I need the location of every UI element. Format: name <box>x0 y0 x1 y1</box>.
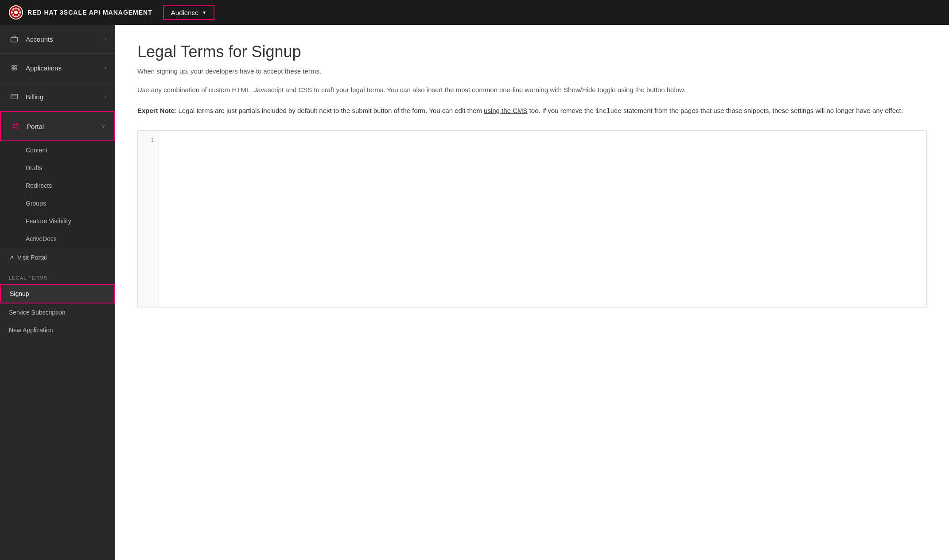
svg-point-1 <box>14 11 18 14</box>
audience-button[interactable]: Audience ▼ <box>163 5 214 20</box>
expert-note: Expert Note: Legal terms are just partia… <box>137 105 927 117</box>
svg-point-18 <box>16 124 18 126</box>
navbar-menu: Audience ▼ <box>163 5 214 20</box>
sub-drafts-label: Drafts <box>26 164 42 171</box>
svg-point-9 <box>18 14 19 15</box>
legal-term-new-app-label: New Application <box>9 327 53 334</box>
visit-portal-link[interactable]: ↗ Visit Portal <box>0 248 115 267</box>
svg-point-4 <box>16 8 17 10</box>
navbar: RED HAT 3SCALE API MANAGEMENT Audience ▼ <box>0 0 949 25</box>
sub-groups-label: Groups <box>26 200 46 207</box>
users-icon <box>10 121 20 132</box>
sidebar-accounts-label: Accounts <box>26 35 53 43</box>
brand-label: RED HAT 3SCALE API MANAGEMENT <box>27 9 152 16</box>
page-subtitle: When signing up, your developers have to… <box>137 67 927 75</box>
sub-activedocs-label: ActiveDocs <box>26 235 57 242</box>
brand: RED HAT 3SCALE API MANAGEMENT <box>9 5 152 19</box>
main-container: Accounts › Applications › Billing › Port… <box>0 25 949 560</box>
line-numbers: 1 <box>138 131 159 307</box>
sidebar-sub-content[interactable]: Content <box>0 141 115 159</box>
chevron-down-icon: ▼ <box>202 10 206 15</box>
code-editor: 1 <box>137 130 927 307</box>
legal-terms-label: Legal Terms <box>0 272 115 284</box>
code-textarea[interactable] <box>159 131 926 307</box>
chevron-down-icon: ∨ <box>101 123 105 129</box>
svg-point-6 <box>13 9 14 10</box>
cms-link[interactable]: using the CMS <box>484 107 527 114</box>
legal-term-service-sub-label: Service Subscription <box>9 309 66 316</box>
svg-point-12 <box>15 66 17 68</box>
sidebar: Accounts › Applications › Billing › Port… <box>0 25 115 560</box>
legal-terms-section: Legal Terms Signup Service Subscription … <box>0 267 115 343</box>
sidebar-sub-redirects[interactable]: Redirects <box>0 177 115 194</box>
svg-point-17 <box>13 124 16 126</box>
content-area: Legal Terms for Signup When signing up, … <box>115 25 949 560</box>
portal-sub-items: Content Drafts Redirects Groups Feature … <box>0 141 115 248</box>
svg-point-2 <box>12 12 13 13</box>
sidebar-item-portal[interactable]: Portal ∨ <box>0 111 115 141</box>
svg-point-14 <box>15 68 17 70</box>
include-code: include <box>595 108 622 115</box>
audience-label: Audience <box>171 9 199 16</box>
sidebar-sub-feature-visibility[interactable]: Feature Visibility <box>0 212 115 230</box>
sub-feature-visibility-label: Feature Visibility <box>26 218 71 225</box>
svg-point-13 <box>12 68 14 70</box>
sidebar-portal-label: Portal <box>27 123 44 130</box>
sub-content-label: Content <box>26 147 47 154</box>
legal-term-signup-label: Signup <box>10 290 29 297</box>
visit-portal-label: Visit Portal <box>17 254 47 261</box>
page-description: Use any combination of custom HTML, Java… <box>137 85 927 95</box>
sidebar-item-applications[interactable]: Applications › <box>0 54 115 82</box>
sidebar-billing-label: Billing <box>26 93 43 101</box>
sub-redirects-label: Redirects <box>26 182 52 189</box>
legal-term-new-application[interactable]: New Application <box>0 321 115 339</box>
line-number-1: 1 <box>151 136 154 145</box>
brand-logo <box>9 5 23 19</box>
apps-icon <box>9 62 19 73</box>
svg-point-5 <box>16 16 17 17</box>
sidebar-sub-drafts[interactable]: Drafts <box>0 159 115 177</box>
sidebar-item-accounts[interactable]: Accounts › <box>0 25 115 54</box>
briefcase-icon <box>9 34 19 44</box>
legal-term-signup[interactable]: Signup <box>0 284 115 303</box>
chevron-right-icon: › <box>105 93 106 100</box>
sidebar-item-billing[interactable]: Billing › <box>0 82 115 111</box>
chevron-right-icon: › <box>105 36 106 42</box>
chevron-right-icon: › <box>105 65 106 71</box>
card-icon <box>9 91 19 102</box>
svg-rect-15 <box>11 94 18 99</box>
svg-point-3 <box>19 12 20 13</box>
sidebar-sub-groups[interactable]: Groups <box>0 194 115 212</box>
sidebar-applications-label: Applications <box>26 64 62 72</box>
external-link-icon: ↗ <box>9 254 14 261</box>
legal-term-service-subscription[interactable]: Service Subscription <box>0 303 115 321</box>
page-title: Legal Terms for Signup <box>137 43 927 61</box>
svg-point-8 <box>13 14 14 15</box>
svg-point-11 <box>12 66 14 68</box>
expert-note-bold: Expert Note <box>137 107 175 114</box>
sidebar-sub-activedocs[interactable]: ActiveDocs <box>0 230 115 248</box>
svg-rect-10 <box>11 37 18 42</box>
svg-point-7 <box>18 9 19 10</box>
